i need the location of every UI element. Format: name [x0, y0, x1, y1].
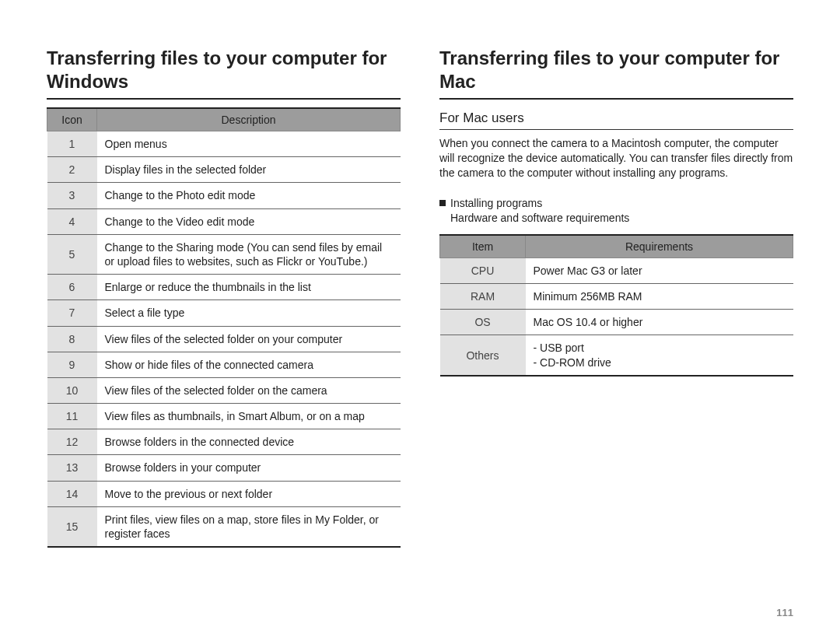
requirement-cell: Mac OS 10.4 or higher [526, 310, 793, 335]
icon-cell: 10 [47, 377, 97, 403]
icon-cell: 4 [47, 208, 97, 234]
table-row: CPUPower Mac G3 or later [440, 257, 793, 283]
table-row: 13Browse folders in your computer [47, 455, 401, 481]
item-cell: RAM [440, 284, 526, 310]
description-cell: Browse folders in your computer [97, 455, 401, 481]
description-cell: Browse folders in the connected device [97, 429, 401, 455]
icon-cell: 11 [47, 404, 97, 429]
description-cell: View files as thumbnails, in Smart Album… [97, 404, 401, 429]
description-cell: View files of the selected folder on you… [97, 326, 401, 352]
requirement-cell: - USB port - CD-ROM drive [526, 335, 793, 376]
description-cell: Select a file type [97, 300, 401, 326]
square-bullet-icon [439, 200, 446, 206]
install-programs-bullet: Installing programs Hardware and softwar… [439, 196, 793, 226]
th-requirements: Requirements [526, 235, 793, 258]
item-cell: Others [440, 335, 526, 376]
description-cell: Print files, view files on a map, store … [97, 506, 401, 547]
icon-cell: 12 [47, 429, 97, 455]
table-row: 5Change to the Sharing mode (You can sen… [47, 234, 401, 274]
table-row: 8View files of the selected folder on yo… [47, 326, 401, 352]
mac-subheading: For Mac users [439, 110, 793, 130]
th-description: Description [97, 108, 401, 131]
description-cell: Enlarge or reduce the thumbnails in the … [97, 275, 401, 300]
table-row: 6Enlarge or reduce the thumbnails in the… [47, 275, 401, 300]
table-row: Others- USB port - CD-ROM drive [440, 335, 793, 376]
bullet-line1: Installing programs [450, 197, 542, 209]
icon-cell: 1 [47, 131, 97, 157]
page-number: 111 [776, 607, 793, 618]
icon-cell: 6 [47, 275, 97, 300]
description-cell: View files of the selected folder on the… [97, 377, 401, 403]
table-row: 11View files as thumbnails, in Smart Alb… [47, 404, 401, 429]
requirements-table: Item Requirements CPUPower Mac G3 or lat… [439, 234, 793, 377]
description-cell: Show or hide files of the connected came… [97, 352, 401, 377]
item-cell: CPU [440, 257, 526, 283]
description-cell: Change to the Sharing mode (You can send… [97, 234, 401, 274]
icon-cell: 14 [47, 481, 97, 506]
left-column: Transferring files to your computer for … [47, 47, 401, 611]
table-row: RAMMinimum 256MB RAM [440, 284, 793, 310]
description-cell: Display files in the selected folder [97, 157, 401, 183]
description-cell: Change to the Video edit mode [97, 208, 401, 234]
mac-paragraph: When you connect the camera to a Macinto… [439, 136, 793, 180]
table-row: 14Move to the previous or next folder [47, 481, 401, 506]
bullet-line2: Hardware and software requirements [450, 211, 629, 226]
right-title: Transferring files to your computer for … [439, 47, 793, 100]
table-row: 4Change to the Video edit mode [47, 208, 401, 234]
description-cell: Change to the Photo edit mode [97, 183, 401, 208]
table-row: 1Open menus [47, 131, 401, 157]
icon-cell: 7 [47, 300, 97, 326]
th-item: Item [440, 235, 526, 258]
description-cell: Open menus [97, 131, 401, 157]
th-icon: Icon [47, 108, 97, 131]
left-title: Transferring files to your computer for … [47, 47, 401, 100]
table-row: 15Print files, view files on a map, stor… [47, 506, 401, 547]
table-row: 7Select a file type [47, 300, 401, 326]
table-row: 3Change to the Photo edit mode [47, 183, 401, 208]
table-row: 10View files of the selected folder on t… [47, 377, 401, 403]
icon-cell: 15 [47, 506, 97, 547]
table-row: 9Show or hide files of the connected cam… [47, 352, 401, 377]
table-row: 12Browse folders in the connected device [47, 429, 401, 455]
icon-cell: 9 [47, 352, 97, 377]
icon-cell: 8 [47, 326, 97, 352]
requirement-cell: Minimum 256MB RAM [526, 284, 793, 310]
table-row: OSMac OS 10.4 or higher [440, 310, 793, 335]
icon-cell: 2 [47, 157, 97, 183]
item-cell: OS [440, 310, 526, 335]
icon-cell: 13 [47, 455, 97, 481]
icon-cell: 3 [47, 183, 97, 208]
icon-description-table: Icon Description 1Open menus2Display fil… [47, 107, 401, 548]
table-row: 2Display files in the selected folder [47, 157, 401, 183]
right-column: Transferring files to your computer for … [439, 47, 793, 611]
requirement-cell: Power Mac G3 or later [526, 257, 793, 283]
description-cell: Move to the previous or next folder [97, 481, 401, 506]
icon-cell: 5 [47, 234, 97, 274]
